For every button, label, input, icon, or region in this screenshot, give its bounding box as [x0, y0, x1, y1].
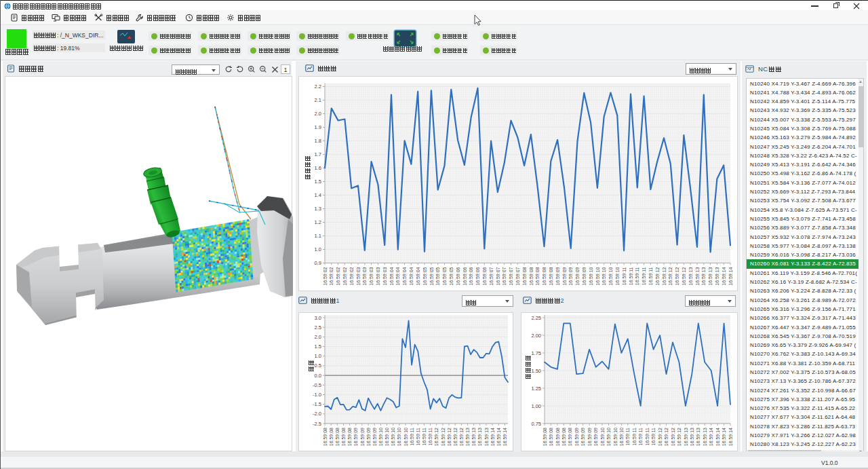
- svg-text:16:59:12: 16:59:12: [447, 428, 452, 446]
- svg-text:1.4: 1.4: [315, 192, 321, 198]
- svg-text:16:59:12: 16:59:12: [655, 267, 660, 285]
- svg-text:16:59:09: 16:59:09: [562, 267, 567, 285]
- svg-text:16:59:12: 16:59:12: [441, 428, 446, 446]
- svg-text:16:59:03: 16:59:03: [382, 267, 387, 285]
- svg-text:16:59:08: 16:59:08: [529, 267, 534, 285]
- svg-text:16:59:10: 16:59:10: [595, 267, 600, 285]
- svg-text:2.5: 2.5: [315, 324, 321, 331]
- svg-text:1.6: 1.6: [315, 165, 321, 171]
- svg-text:16:59:04: 16:59:04: [395, 267, 400, 285]
- svg-text:1.8: 1.8: [315, 138, 321, 144]
- svg-text:0.5: 0.5: [315, 362, 321, 369]
- svg-text:16:59:09: 16:59:09: [366, 428, 371, 446]
- svg-text:16:59:11: 16:59:11: [645, 428, 650, 446]
- svg-text:16:59:14: 16:59:14: [728, 267, 733, 285]
- svg-text:16:59:05: 16:59:05: [422, 267, 427, 285]
- svg-text:16:59:03: 16:59:03: [369, 267, 374, 285]
- svg-text:16:59:10: 16:59:10: [608, 267, 613, 285]
- svg-text:16:59:02: 16:59:02: [323, 267, 328, 285]
- svg-text:16:59:10: 16:59:10: [600, 428, 605, 446]
- svg-text:2.2: 2.2: [315, 83, 321, 90]
- svg-text:16:59:13: 16:59:13: [465, 428, 470, 446]
- svg-text:2.1: 2.1: [315, 97, 321, 103]
- svg-text:1.0: 1.0: [315, 246, 321, 252]
- svg-text:16:59:08: 16:59:08: [555, 428, 560, 446]
- svg-text:16:59:11: 16:59:11: [651, 428, 656, 446]
- svg-text:16:59:07: 16:59:07: [496, 267, 500, 285]
- svg-text:0.75: 0.75: [531, 421, 541, 427]
- svg-text:1.50: 1.50: [531, 368, 541, 374]
- svg-text:16:59:06: 16:59:06: [456, 267, 460, 285]
- svg-text:16:59:12: 16:59:12: [675, 267, 679, 285]
- svg-text:16:59:14: 16:59:14: [490, 428, 495, 446]
- svg-text:16:59:08: 16:59:08: [542, 267, 547, 285]
- svg-text:1.1: 1.1: [315, 233, 321, 239]
- svg-text:1.3: 1.3: [315, 206, 321, 212]
- svg-text:16:59:03: 16:59:03: [356, 267, 361, 285]
- svg-text:16:59:09: 16:59:09: [555, 267, 560, 285]
- svg-text:16:59:14: 16:59:14: [715, 428, 720, 446]
- svg-text:16:59:09: 16:59:09: [360, 428, 365, 446]
- svg-text:16:59:12: 16:59:12: [662, 267, 667, 285]
- svg-text:16:59:10: 16:59:10: [397, 428, 401, 446]
- svg-text:16:59:13: 16:59:13: [703, 428, 707, 446]
- svg-text:1.9: 1.9: [315, 124, 321, 130]
- svg-text:16:59:11: 16:59:11: [622, 267, 627, 285]
- svg-text:16:59:09: 16:59:09: [353, 428, 358, 446]
- svg-text:16:59:06: 16:59:06: [469, 267, 473, 285]
- svg-text:16:59:08: 16:59:08: [323, 428, 328, 446]
- svg-text:16:59:11: 16:59:11: [410, 428, 414, 446]
- svg-text:1.2: 1.2: [315, 219, 321, 225]
- svg-text:-0.5: -0.5: [313, 382, 321, 388]
- svg-text:16:59:13: 16:59:13: [701, 267, 706, 285]
- svg-text:16:59:14: 16:59:14: [709, 428, 713, 446]
- svg-text:16:59:10: 16:59:10: [606, 428, 611, 446]
- svg-text:16:59:12: 16:59:12: [677, 428, 682, 446]
- svg-text:16:59:05: 16:59:05: [429, 267, 434, 285]
- svg-text:16:59:09: 16:59:09: [575, 267, 580, 285]
- svg-text:16:59:04: 16:59:04: [389, 267, 394, 285]
- svg-text:16:59:02: 16:59:02: [342, 267, 347, 285]
- svg-text:16:59:09: 16:59:09: [587, 428, 592, 446]
- svg-text:16:59:10: 16:59:10: [589, 267, 593, 285]
- svg-text:3.0: 3.0: [315, 315, 321, 321]
- svg-text:-1.5: -1.5: [313, 401, 321, 407]
- svg-text:16:59:13: 16:59:13: [477, 428, 482, 446]
- svg-text:0.0: 0.0: [315, 373, 321, 379]
- svg-text:16:59:13: 16:59:13: [715, 267, 719, 285]
- svg-text:0.9: 0.9: [315, 260, 321, 266]
- svg-text:16:59:10: 16:59:10: [391, 428, 395, 446]
- svg-text:16:59:11: 16:59:11: [428, 428, 433, 446]
- svg-text:16:59:12: 16:59:12: [664, 428, 669, 446]
- svg-text:16:59:02: 16:59:02: [329, 267, 334, 285]
- svg-text:16:59:10: 16:59:10: [615, 267, 620, 285]
- svg-text:16:59:13: 16:59:13: [484, 428, 489, 446]
- svg-text:16:59:07: 16:59:07: [502, 267, 507, 285]
- svg-text:16:59:13: 16:59:13: [708, 267, 713, 285]
- svg-text:16:59:13: 16:59:13: [684, 428, 688, 446]
- svg-text:-1.0: -1.0: [313, 392, 321, 398]
- svg-text:2.0: 2.0: [315, 334, 321, 340]
- svg-text:16:59:09: 16:59:09: [582, 267, 587, 285]
- svg-text:16:59:11: 16:59:11: [638, 428, 643, 446]
- svg-text:16:59:10: 16:59:10: [403, 428, 408, 446]
- svg-text:1.0: 1.0: [315, 353, 321, 359]
- svg-text:1.7: 1.7: [315, 151, 321, 157]
- svg-text:1.75: 1.75: [531, 350, 541, 356]
- svg-text:16:59:11: 16:59:11: [629, 267, 633, 285]
- svg-text:16:59:02: 16:59:02: [336, 267, 340, 285]
- svg-text:16:59:10: 16:59:10: [384, 428, 389, 446]
- svg-text:16:59:08: 16:59:08: [335, 428, 340, 446]
- svg-text:16:59:11: 16:59:11: [632, 428, 637, 446]
- svg-text:16:59:14: 16:59:14: [496, 428, 501, 446]
- svg-text:16:59:08: 16:59:08: [341, 428, 346, 446]
- svg-text:16:59:13: 16:59:13: [696, 428, 701, 446]
- svg-text:16:59:10: 16:59:10: [619, 428, 624, 446]
- svg-text:16:59:08: 16:59:08: [549, 267, 553, 285]
- svg-text:16:59:08: 16:59:08: [347, 428, 352, 446]
- svg-text:2.0: 2.0: [315, 111, 321, 117]
- svg-text:16:59:08: 16:59:08: [561, 428, 566, 446]
- svg-text:16:59:13: 16:59:13: [471, 428, 476, 446]
- svg-text:16:59:06: 16:59:06: [482, 267, 487, 285]
- svg-text:16:59:08: 16:59:08: [542, 428, 547, 446]
